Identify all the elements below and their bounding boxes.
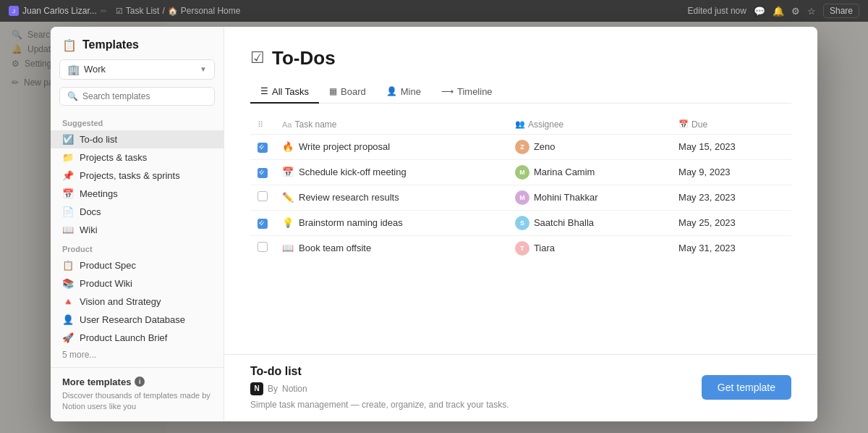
template-item-label: Product Wiki [80, 278, 132, 289]
template-item-label: Projects, tasks & sprints [80, 170, 180, 181]
row-checkbox[interactable]: ✓ [250, 134, 275, 159]
tab-mine[interactable]: 👤 Mine [376, 81, 431, 104]
task-emoji: 📖 [282, 243, 294, 253]
assignee-name: Zeno [534, 141, 556, 152]
template-item-product-spec[interactable]: 📋 Product Spec [51, 256, 224, 274]
row-checkbox[interactable] [250, 185, 275, 210]
task-name-cell: 🔥 Write project proposal [275, 134, 508, 159]
projects-icon: 📁 [62, 152, 74, 163]
template-item-todo[interactable]: ☑️ To-do list [51, 130, 224, 148]
template-item-product-wiki[interactable]: 📚 Product Wiki [51, 274, 224, 293]
checkbox-checked[interactable]: ✓ [258, 168, 268, 178]
assignee-icon: 👥 [515, 119, 525, 129]
preview-title-row: ☑ To-Dos [250, 47, 791, 70]
tab-board[interactable]: ▦ Board [319, 81, 376, 104]
task-emoji: ✏️ [282, 192, 294, 203]
template-item-label: Product Launch Brief [80, 332, 167, 343]
user-name: Juan Carlos Lizar... [22, 6, 97, 16]
more-templates-title[interactable]: More templates i [62, 377, 212, 387]
tab-timeline[interactable]: ⟶ Timeline [431, 81, 503, 104]
tab-all-tasks[interactable]: ☰ All Tasks [250, 81, 319, 104]
checkbox-unchecked[interactable] [258, 191, 268, 201]
template-item-meetings[interactable]: 📅 Meetings [51, 185, 224, 203]
bottom-by: N By Notion [250, 382, 509, 395]
share-button[interactable]: Share [823, 4, 859, 18]
task-name: Book team offsite [299, 243, 371, 253]
template-item-wiki[interactable]: 📖 Wiki [51, 221, 224, 239]
assignee-cell: T Tiara [508, 235, 671, 261]
checkbox-checked[interactable]: ✓ [258, 219, 268, 229]
task-name-cell: 📖 Book team offsite [275, 235, 508, 261]
category-dropdown[interactable]: 🏢 Work ▼ [59, 59, 215, 80]
dropdown-label: Work [84, 64, 106, 75]
get-template-button[interactable]: Get template [702, 375, 791, 400]
checkbox-checked[interactable]: ✓ [258, 143, 268, 153]
search-box: 🔍 [59, 87, 215, 106]
bottom-bar: To-do list N By Notion Simple task manag… [224, 354, 817, 421]
template-item-label: Product Spec [80, 260, 136, 271]
template-item-projects-sprints[interactable]: 📌 Projects, tasks & sprints [51, 167, 224, 185]
section-product: Product [51, 239, 224, 256]
assignee-cell: Z Zeno [508, 134, 671, 159]
due-date: May 25, 2023 [671, 210, 791, 235]
template-list: Suggested ☑️ To-do list 📁 Projects & tas… [51, 113, 224, 367]
info-icon: i [135, 377, 145, 387]
calendar-icon: 📅 [678, 119, 689, 129]
template-item-projects-tasks[interactable]: 📁 Projects & tasks [51, 148, 224, 167]
vision-icon: 🔺 [62, 296, 74, 307]
home-icon: 🏠 [168, 7, 178, 16]
row-checkbox[interactable] [250, 235, 275, 261]
th-task-name: Aa Task name [275, 115, 508, 135]
template-item-label: Docs [80, 206, 101, 217]
assignee-name: Mohini Thakkar [534, 192, 598, 203]
work-icon: 🏢 [67, 64, 80, 75]
template-item-user-research[interactable]: 👤 User Research Database [51, 311, 224, 329]
by-name: Notion [282, 384, 307, 394]
assignee-name: Marina Camim [534, 167, 595, 177]
template-item-label: Projects & tasks [80, 152, 147, 163]
product-launch-icon: 🚀 [62, 332, 74, 343]
left-bottom: More templates i Discover thousands of t… [51, 367, 224, 421]
product-more-link[interactable]: 5 more... [51, 347, 224, 364]
assignee-cell: M Mohini Thakkar [508, 185, 671, 210]
breadcrumb-task[interactable]: Task List [126, 6, 160, 16]
user-avatar: J [9, 6, 19, 16]
bottom-template-title: To-do list [250, 365, 509, 378]
sprints-icon: 📌 [62, 170, 74, 181]
topbar-breadcrumb: ☑ Task List / 🏠 Personal Home [116, 6, 241, 16]
user-avatar: Z [515, 140, 529, 154]
task-name: Review research results [299, 192, 399, 203]
tab-timeline-label: Timeline [457, 86, 493, 97]
pencil-icon: ✏ [101, 7, 107, 16]
template-item-product-launch[interactable]: 🚀 Product Launch Brief [51, 329, 224, 347]
row-checkbox[interactable]: ✓ [250, 210, 275, 235]
preview-title: To-Dos [272, 47, 336, 70]
th-checkbox: ⠿ [250, 115, 275, 135]
preview-area: ☑ To-Dos ☰ All Tasks ▦ Board 👤 Min [224, 27, 817, 354]
checkbox-unchecked[interactable] [258, 242, 268, 252]
bottom-left: To-do list N By Notion Simple task manag… [250, 365, 509, 410]
tab-board-label: Board [341, 86, 366, 97]
template-item-label: Vision and Strategy [80, 296, 161, 307]
due-date: May 15, 2023 [671, 134, 791, 159]
preview-tabs: ☰ All Tasks ▦ Board 👤 Mine ⟶ Timeline [250, 81, 791, 104]
aa-icon: Aa [282, 120, 292, 129]
th-due: 📅 Due [671, 115, 791, 135]
template-item-label: To-do list [80, 134, 117, 145]
chevron-down-icon: ▼ [200, 65, 207, 73]
breadcrumb-home[interactable]: Personal Home [181, 6, 241, 16]
task-emoji: 🔥 [282, 141, 294, 152]
edited-label: Edited just now [688, 6, 746, 16]
left-panel: 📋 Templates 🏢 Work ▼ 🔍 Suggested [51, 27, 224, 421]
search-input[interactable] [82, 91, 207, 101]
right-panel: ☑ To-Dos ☰ All Tasks ▦ Board 👤 Min [224, 27, 817, 421]
task-emoji: 💡 [282, 217, 294, 228]
template-item-vision[interactable]: 🔺 Vision and Strategy [51, 293, 224, 311]
comment-icon: 💬 [754, 6, 765, 17]
row-checkbox[interactable]: ✓ [250, 159, 275, 185]
topbar-user: J Juan Carlos Lizar... ✏ [9, 6, 107, 16]
task-name-cell: ✏️ Review research results [275, 185, 508, 210]
due-date: May 9, 2023 [671, 159, 791, 185]
table-row: ✏️ Review research results M Mohini Thak… [250, 185, 791, 210]
template-item-docs[interactable]: 📄 Docs [51, 203, 224, 221]
